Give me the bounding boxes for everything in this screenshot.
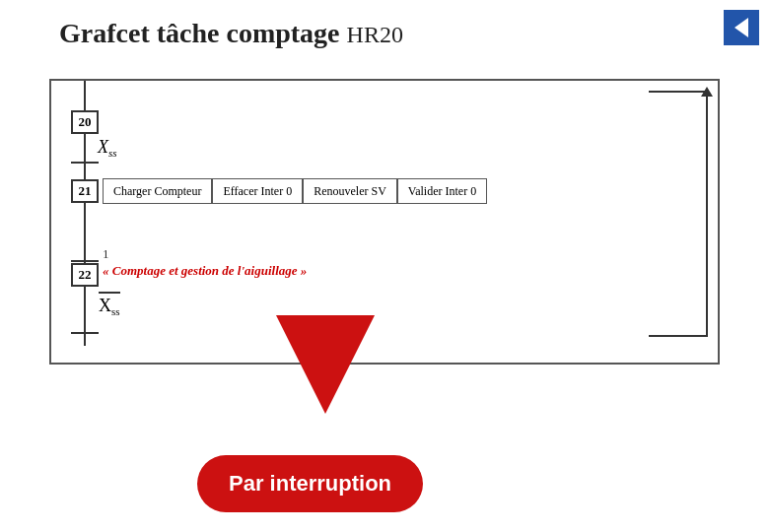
step-20-box: 20 bbox=[71, 110, 99, 134]
vline-20-21 bbox=[84, 134, 86, 181]
vline-21-22 bbox=[84, 203, 86, 265]
macro-label: « Comptage et gestion de l'aiguillage » bbox=[103, 263, 307, 279]
right-return-vline bbox=[706, 91, 708, 337]
nav-back-button[interactable] bbox=[724, 10, 759, 45]
diagram-container: 20 Xss 21 Charger Compteur Effacer Inter… bbox=[49, 79, 720, 365]
action-valider-inter0: Valider Inter 0 bbox=[397, 178, 487, 204]
up-arrow-icon bbox=[701, 87, 713, 97]
step-22-box: 22 bbox=[71, 263, 99, 287]
vline-22-bottom bbox=[84, 287, 86, 346]
action-renouveler-sv: Renouveler SV bbox=[303, 178, 397, 204]
vline-top bbox=[84, 81, 86, 112]
xss-top-label: Xss bbox=[98, 137, 117, 159]
back-arrow-icon bbox=[734, 18, 748, 37]
action-charger-compteur: Charger Compteur bbox=[103, 178, 212, 204]
red-arrow-triangle bbox=[276, 315, 375, 414]
action-effacer-inter0: Effacer Inter 0 bbox=[212, 178, 303, 204]
actions-row: Charger Compteur Effacer Inter 0 Renouve… bbox=[103, 178, 487, 204]
right-hline-bottom bbox=[649, 335, 708, 337]
step-21-box: 21 bbox=[71, 179, 99, 203]
par-interruption-callout: Par interruption bbox=[197, 455, 423, 512]
right-hline-top bbox=[649, 91, 708, 93]
xss-bottom-label: Xss bbox=[99, 292, 120, 317]
page-title: Grafcet tâche comptage HR20 bbox=[59, 18, 403, 49]
transition-1-label: 1 bbox=[103, 246, 109, 262]
